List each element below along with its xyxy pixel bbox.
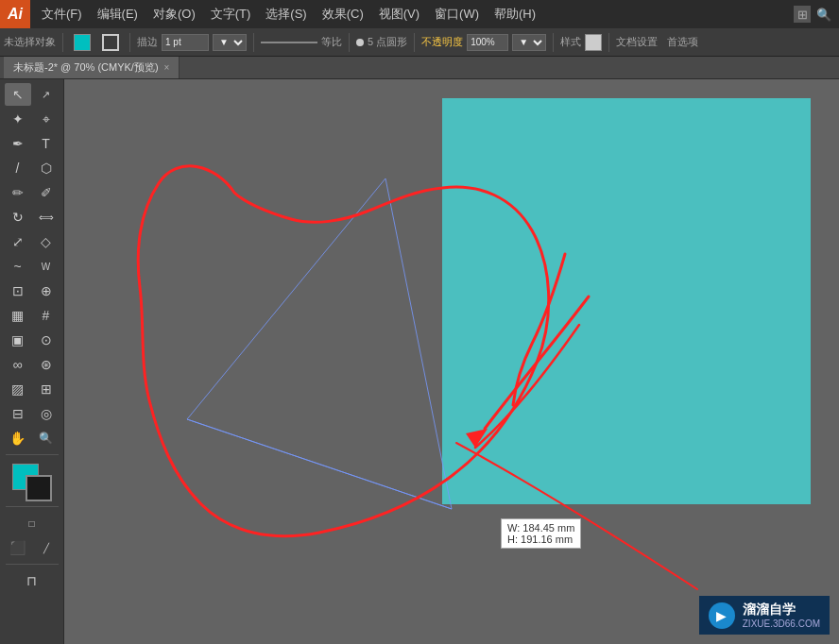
opacity-label: 不透明度	[421, 35, 463, 49]
tool-sep3	[6, 564, 59, 565]
tool-sep2	[6, 506, 59, 507]
sep6	[553, 33, 554, 52]
stroke-line-area: 等比	[261, 35, 342, 49]
cut-mode[interactable]: ╱	[33, 536, 60, 559]
warp-tool[interactable]: ~	[5, 255, 31, 278]
sep5	[414, 33, 415, 52]
width-dimension: W: 184.45 mm	[507, 522, 574, 534]
dot-icon	[356, 39, 364, 46]
canvas-area[interactable]: W: 184.45 mm H: 191.16 mm ▶ 溜溜自学 ZIXUE.3…	[64, 79, 839, 644]
height-label: H:	[507, 534, 518, 545]
menu-edit[interactable]: 编辑(E)	[90, 0, 146, 28]
search-icon: 🔍	[816, 8, 831, 22]
shape-tool[interactable]: ⬡	[33, 157, 60, 179]
perspective-tool[interactable]: ▦	[5, 304, 31, 327]
symbol-tool[interactable]: ⊛	[33, 353, 60, 376]
scale-tool[interactable]: ⤢	[5, 230, 31, 253]
watermark-icon: ▶	[709, 602, 735, 629]
blend-tool[interactable]: ∞	[5, 353, 31, 376]
menu-bar: Ai 文件(F) 编辑(E) 对象(O) 文字(T) 选择(S) 效果(C) 视…	[0, 0, 839, 28]
toolbar: 未选择对象 描边 ▼ 等比 5 点圆形 不透明度 ▼ 样式 文档设置 首选项	[0, 28, 839, 57]
no-selection-label: 未选择对象	[4, 35, 56, 49]
watermark: ▶ 溜溜自学 ZIXUE.3D66.COM	[699, 596, 830, 635]
stroke-dropdown[interactable]: ▼	[213, 34, 247, 51]
sep4	[349, 33, 350, 52]
menu-object[interactable]: 对象(O)	[146, 0, 203, 28]
mesh-tool[interactable]: #	[33, 304, 60, 327]
rotate-tool[interactable]: ↻	[5, 206, 31, 229]
magic-wand-tool[interactable]: ✦	[5, 108, 31, 130]
shape-builder-tool[interactable]: ⊕	[33, 280, 60, 302]
menu-text[interactable]: 文字(T)	[203, 0, 259, 28]
eraser-tool[interactable]: ◎	[33, 402, 60, 425]
selection-tool[interactable]: ↖	[5, 83, 31, 106]
fullscreen-mode[interactable]: ⬛	[5, 536, 31, 559]
watermark-main-text: 溜溜自学	[743, 602, 820, 619]
fill-color-item	[70, 34, 94, 51]
line-tool[interactable]: /	[5, 157, 31, 179]
shear-tool[interactable]: ◇	[33, 230, 60, 253]
stroke-color[interactable]	[26, 475, 52, 501]
sep1	[62, 33, 63, 52]
fill-color-box[interactable]	[74, 34, 91, 51]
stroke-line-preview	[261, 42, 317, 43]
sep3	[253, 33, 254, 52]
menu-window[interactable]: 窗口(W)	[427, 0, 487, 28]
height-value: 191.16 mm	[521, 534, 573, 545]
tab-bar: 未标题-2* @ 70% (CMYK/预览) ×	[0, 57, 839, 79]
dimension-tooltip: W: 184.45 mm H: 191.16 mm	[501, 518, 581, 549]
menu-file[interactable]: 文件(F)	[34, 0, 90, 28]
normal-mode[interactable]: □	[11, 512, 53, 534]
opacity-value[interactable]	[467, 34, 508, 51]
menu-effect[interactable]: 效果(C)	[315, 0, 371, 28]
tab-close-btn[interactable]: ×	[164, 62, 170, 73]
stroke-mode-box[interactable]	[102, 34, 119, 51]
pencil-tool[interactable]: ✐	[33, 181, 60, 204]
zoom-tool[interactable]: 🔍	[33, 427, 60, 449]
menu-help[interactable]: 帮助(H)	[487, 0, 543, 28]
chart-tool[interactable]: ▨	[5, 378, 31, 400]
reflect-tool[interactable]: ⟺	[33, 206, 60, 229]
app-logo: Ai	[0, 0, 30, 28]
hand-tool[interactable]: ✋	[5, 427, 31, 449]
gradient-tool[interactable]: ▣	[5, 329, 31, 351]
doc-settings-btn[interactable]: 文档设置	[616, 35, 658, 49]
extra-tool[interactable]: ⊓	[19, 569, 45, 592]
style-label: 样式	[560, 35, 581, 49]
first-tab-btn[interactable]: 首选项	[667, 35, 698, 49]
tool-sep	[6, 454, 59, 455]
stroke-label: 描边	[137, 35, 158, 49]
type-tool[interactable]: T	[33, 132, 60, 155]
eyedropper-tool[interactable]: ⊙	[33, 329, 60, 351]
direct-selection-tool[interactable]: ↗	[33, 83, 60, 106]
watermark-sub-text: ZIXUE.3D66.COM	[743, 619, 820, 629]
free-transform-tool[interactable]: ⊡	[5, 280, 31, 302]
watermark-text: 溜溜自学 ZIXUE.3D66.COM	[743, 602, 820, 629]
stroke-value[interactable]	[162, 34, 209, 51]
slice-tool[interactable]: ⊟	[5, 402, 31, 425]
lasso-tool[interactable]: ⌖	[33, 108, 60, 130]
width-tool[interactable]: W	[33, 255, 60, 278]
stroke-mode-item	[98, 34, 123, 51]
sep7	[608, 33, 609, 52]
left-toolbar: ↖ ↗ ✦ ⌖ ✒ T / ⬡ ✏ ✐ ↻ ⟺ ⤢ ◇ ~ W	[0, 79, 64, 644]
points-label: 5 点圆形	[368, 35, 407, 49]
width-value: 184.45 mm	[522, 522, 574, 534]
artboard-tool[interactable]: ⊞	[33, 378, 60, 400]
document-tab[interactable]: 未标题-2* @ 70% (CMYK/预览) ×	[4, 57, 180, 78]
pen-tool[interactable]: ✒	[5, 132, 31, 155]
main-area: ↖ ↗ ✦ ⌖ ✒ T / ⬡ ✏ ✐ ↻ ⟺ ⤢ ◇ ~ W	[0, 79, 839, 644]
artboard	[442, 98, 811, 504]
style-box[interactable]	[585, 34, 602, 51]
menu-view[interactable]: 视图(V)	[371, 0, 427, 28]
opacity-dropdown[interactable]: ▼	[512, 34, 546, 51]
brush-tool[interactable]: ✏	[5, 181, 31, 204]
tab-title: 未标题-2* @ 70% (CMYK/预览)	[13, 60, 159, 75]
workspace-icon: ⊞	[794, 6, 811, 23]
stroke-line-label: 等比	[321, 35, 342, 49]
menu-select[interactable]: 选择(S)	[258, 0, 314, 28]
color-selector[interactable]	[12, 464, 52, 501]
width-label: W:	[507, 522, 520, 534]
sep2	[129, 33, 130, 52]
height-dimension: H: 191.16 mm	[507, 534, 574, 545]
